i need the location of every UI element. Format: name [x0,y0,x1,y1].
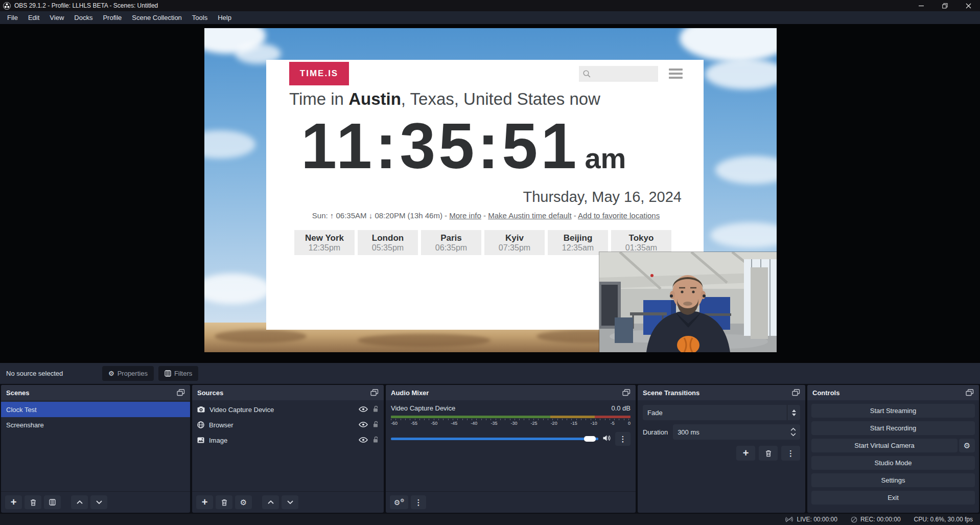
menu-bar: File Edit View Docks Profile Scene Colle… [0,11,980,24]
sources-panel: Sources Video Capture Device Browser Ima… [192,385,384,513]
remove-source-button[interactable] [216,495,232,509]
menu-scene-collection[interactable]: Scene Collection [127,11,187,24]
cloud [715,156,777,184]
settings-button[interactable]: Settings [811,473,975,487]
spin-down-icon [790,433,796,436]
cloud [204,273,271,304]
scene-item-screenshare[interactable]: Screenshare [1,417,190,432]
volume-slider-handle[interactable] [584,436,596,442]
popout-icon[interactable] [370,389,379,396]
scene-transitions-panel: Scene Transitions Fade Duration 300 ms [638,385,805,513]
audio-mixer-panel: Audio Mixer Video Capture Device 0.0 dB … [386,385,636,513]
scene-filters-button[interactable] [44,495,61,509]
remove-transition-button[interactable] [759,446,778,461]
transition-select[interactable]: Fade [643,405,800,420]
transition-properties-button[interactable]: ⋮ [781,446,800,461]
menu-help[interactable]: Help [213,11,237,24]
title-bar: OBS 29.1.2 - Profile: LLHLS BETA - Scene… [0,0,980,11]
lock-icon[interactable] [372,421,379,429]
virtual-camera-settings-button[interactable]: ⚙ [959,439,975,452]
start-streaming-button[interactable]: Start Streaming [811,404,975,418]
cpu-status: CPU: 0.6%, 30.00 fps [914,516,973,523]
visibility-eye-icon[interactable] [359,437,368,444]
visibility-eye-icon[interactable] [359,421,368,429]
menu-tools[interactable]: Tools [187,11,213,24]
scene-item-clock-test[interactable]: Clock Test [1,402,190,417]
trash-icon [765,450,772,457]
mixer-menu-button[interactable]: ⋮ [411,495,426,509]
gear-icon: ⚙ [964,441,970,450]
favorite-link: Add to favorite locations [578,211,660,220]
volume-slider[interactable] [391,438,598,440]
lock-icon[interactable] [372,405,379,414]
status-bar: LIVE: 00:00:00 REC: 00:00:00 CPU: 0.6%, … [0,514,980,525]
remove-scene-button[interactable] [25,495,41,509]
properties-button[interactable]: ⚙ Properties [102,366,154,381]
clock-digits: 11:35:51 [301,109,579,183]
add-scene-button[interactable]: + [5,495,22,509]
mixer-channel-menu-button[interactable]: ⋮ [615,432,631,446]
filters-button[interactable]: Filters [158,366,198,381]
world-clock-tokyo: Tokyo01:35am [611,230,671,255]
move-source-up-button[interactable] [262,495,279,509]
source-item-video-capture[interactable]: Video Capture Device [192,402,384,417]
mixer-toolbar: ⚙⚙ ⋮ [386,491,636,513]
preview-canvas[interactable]: TIME.IS Time in Austin, Texas, United St… [204,28,777,352]
menu-edit[interactable]: Edit [23,11,44,24]
menu-view[interactable]: View [44,11,69,24]
cloud [705,59,777,89]
minimize-button[interactable] [909,0,933,11]
chevron-down-icon [287,500,293,504]
controls-title: Controls [812,389,839,397]
menu-docks[interactable]: Docks [69,11,98,24]
restore-button[interactable] [933,0,956,11]
sources-toolbar: + ⚙ [192,491,384,513]
move-source-down-button[interactable] [282,495,298,509]
filter-icon [165,370,171,377]
live-status: LIVE: 00:00:00 [785,516,837,523]
transition-selected-value: Fade [643,409,663,417]
add-source-button[interactable]: + [196,495,213,509]
source-properties-button[interactable]: ⚙ [235,495,252,509]
chevron-up-icon [268,500,274,504]
speaker-icon[interactable] [602,435,611,444]
dock-area: Scenes Clock Test Screenshare + Sources … [0,384,980,514]
cloud [710,222,777,248]
popout-icon[interactable] [177,389,185,396]
start-recording-button[interactable]: Start Recording [811,421,975,435]
world-clock-newyork: New York12:35pm [294,230,355,255]
make-default-link: Make Austin time default [488,211,571,220]
chevron-up-icon [77,500,83,504]
chevron-down-icon [96,500,102,504]
exit-button[interactable]: Exit [811,491,975,505]
image-icon [197,437,204,443]
advanced-audio-button[interactable]: ⚙⚙ [390,495,408,509]
timeis-search-box [579,66,658,82]
mixer-channel-name: Video Capture Device [391,404,455,412]
double-gear-icon: ⚙⚙ [394,498,405,507]
menu-profile[interactable]: Profile [98,11,127,24]
source-item-image[interactable]: Image [192,432,384,448]
popout-icon[interactable] [792,389,800,396]
move-scene-up-button[interactable] [71,495,88,509]
obs-window: OBS 29.1.2 - Profile: LLHLS BETA - Scene… [0,0,980,525]
trash-icon [30,499,36,506]
close-button[interactable] [956,0,980,11]
start-virtual-camera-button[interactable]: Start Virtual Camera [811,439,958,452]
gear-icon: ⚙ [240,498,247,507]
move-scene-down-button[interactable] [90,495,107,509]
world-clock-paris: Paris06:35pm [421,230,481,255]
duration-spinbox[interactable]: 300 ms [673,424,800,440]
obs-logo-icon [3,2,11,10]
add-transition-button[interactable]: + [736,446,755,461]
visibility-eye-icon[interactable] [359,406,368,414]
studio-mode-button[interactable]: Studio Mode [811,456,975,470]
popout-icon[interactable] [966,389,974,396]
menu-file[interactable]: File [2,11,23,24]
lock-icon[interactable] [372,436,379,445]
popout-icon[interactable] [622,389,631,396]
controls-panel: Controls Start Streaming Start Recording… [807,385,979,513]
webcam-source [599,252,777,352]
timeis-clock: 11:35:51 am [301,109,626,183]
source-item-browser[interactable]: Browser [192,417,384,432]
